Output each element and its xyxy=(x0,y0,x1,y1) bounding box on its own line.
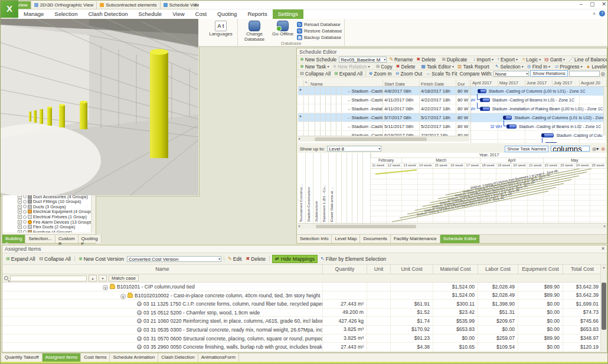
menu-tab-reports[interactable]: Reports xyxy=(242,9,272,19)
column-header-total-cost[interactable]: Total Cost xyxy=(563,265,602,274)
viewport-tab-2d-3d-orthographic-view[interactable]: 2D\3D Orthographic View xyxy=(31,1,97,9)
lob-hscrollbar[interactable]: ◂▸ xyxy=(298,223,607,229)
bottom-tab-animationsform[interactable]: AnimationsForm xyxy=(198,353,239,362)
duplicate-button[interactable]: ⊞Duplicate xyxy=(440,57,468,63)
gantt-bar[interactable] xyxy=(545,142,557,143)
bottom-tab-quantity-takeoff[interactable]: Quantity Takeoff xyxy=(2,353,43,362)
expand-all-button[interactable]: ⊞Expand All xyxy=(333,71,364,77)
new-task-button[interactable]: ⊕New Task▾ xyxy=(299,64,331,70)
column-header-unit-cost[interactable]: Unit Cost xyxy=(391,265,433,274)
collapse-all-button[interactable]: ⊟Collapse All xyxy=(38,256,72,262)
new-schedule-button[interactable]: ⊕New Schedule xyxy=(299,57,338,63)
bottom-tab-cost-items[interactable]: Cost Items xyxy=(81,353,110,362)
search-prev-button[interactable]: ▴ xyxy=(89,275,97,281)
expand-icon[interactable]: + xyxy=(18,205,22,209)
menu-tab-clash-detection[interactable]: Clash Detection xyxy=(83,9,133,19)
expand-icon[interactable]: + xyxy=(18,230,22,232)
row-expand-icon[interactable]: ∨ xyxy=(103,285,108,290)
lob-task-line[interactable] xyxy=(438,169,594,199)
scale-to-fit-button[interactable]: ↔Scale To Fit xyxy=(424,71,458,77)
explorer-bottom-tab[interactable]: Building E... xyxy=(2,235,25,243)
delete-button[interactable]: ✖Delete xyxy=(244,256,267,262)
grid-column-header[interactable]: * xyxy=(304,80,309,86)
explorer-bottom-tab[interactable]: Custom B... xyxy=(55,235,79,243)
column-header-quantity[interactable]: Quantity xyxy=(323,265,367,274)
menu-tab-schedule[interactable]: Schedule xyxy=(133,9,168,19)
column-header-unit[interactable]: Unit xyxy=(367,265,391,274)
lob-search-input[interactable] xyxy=(551,146,590,152)
menu-tab-quoting[interactable]: Quoting xyxy=(212,9,242,19)
explorer-bottom-tab[interactable]: Selection... xyxy=(25,235,55,243)
gantt-bar[interactable] xyxy=(480,98,490,102)
ribbon-button-go-offline[interactable]: Go Offline xyxy=(269,20,297,37)
selection-button[interactable]: ↖Selection▾ xyxy=(494,64,525,70)
leveling-button[interactable]: ▲Leveling▾ xyxy=(584,64,607,70)
3d-scene[interactable] xyxy=(1,19,198,195)
visibility-radio[interactable] xyxy=(23,230,27,232)
schedule-bottom-tab[interactable]: Selection Info xyxy=(297,235,332,243)
column-header-material-cost[interactable]: Material Cost xyxy=(433,265,478,274)
combo-none[interactable]: None xyxy=(493,71,529,77)
table-row[interactable]: 03 31 0535 0300 - Structural concrete, r… xyxy=(2,326,607,335)
schedule-bottom-tab[interactable]: Facility Maintenance xyxy=(391,235,440,243)
copy-button[interactable]: ⊞Copy xyxy=(375,64,394,70)
menu-tab-manage[interactable]: Manage xyxy=(18,9,49,19)
grid-hscrollbar[interactable]: ◂ xyxy=(298,136,469,142)
show-relations-button[interactable]: Show Relations xyxy=(530,70,568,77)
visibility-radio[interactable] xyxy=(23,205,27,208)
grid-column-header[interactable] xyxy=(298,80,304,86)
menu-tab-selection[interactable]: Selection xyxy=(49,9,83,19)
expand-icon[interactable]: + xyxy=(18,220,22,224)
search-input[interactable] xyxy=(10,276,87,281)
column-header-equipment-cost[interactable]: Equipment Cost xyxy=(518,265,563,274)
logic-button[interactable]: ≈Logic▾ xyxy=(521,57,542,63)
ribbon-button-backup-database[interactable]: ▦Backup Database xyxy=(297,35,342,40)
menu-tab-cost[interactable]: Cost xyxy=(190,9,213,19)
zoom-out-button[interactable]: ⊖Zoom Out xyxy=(394,71,424,77)
search-next-button[interactable]: ▾ xyxy=(99,275,107,281)
delete-button[interactable]: ✖Delete xyxy=(415,57,437,63)
visibility-radio[interactable] xyxy=(23,225,27,229)
table-row[interactable]: ∨B10102010002 - Cast-in-place concrete c… xyxy=(2,291,607,300)
grid-column-header[interactable]: Dur xyxy=(456,80,469,86)
gantt-bar[interactable] xyxy=(506,124,517,129)
gantt-bar[interactable] xyxy=(478,89,486,93)
clear-filter-icon[interactable]: ⊘ xyxy=(601,146,607,152)
maximize-button[interactable]: ▢ xyxy=(590,1,595,7)
visibility-radio[interactable] xyxy=(23,220,27,224)
explorer-bottom-tab[interactable]: Quoting E... xyxy=(79,235,102,243)
combo-converted-cost-version[interactable]: Converted Cost Version xyxy=(127,256,221,262)
grid-column-header[interactable]: Start Date xyxy=(383,80,420,86)
grid-column-header[interactable]: Finish Date xyxy=(420,80,456,86)
expand-icon[interactable]: + xyxy=(18,209,22,214)
schedule-bottom-tab[interactable]: Schedule Editor xyxy=(440,235,480,243)
schedule-bottom-tab[interactable]: Level Map xyxy=(332,235,360,243)
new-cost-version-button[interactable]: ⊕New Cost Version xyxy=(77,256,125,262)
panel-close-icon[interactable]: ✕ xyxy=(601,246,605,251)
visibility-radio[interactable] xyxy=(23,210,27,214)
gantt-button[interactable]: ▤Gantt▾ xyxy=(543,57,566,63)
close-button[interactable]: ✕ xyxy=(602,1,606,7)
hide-mappings-button[interactable]: ⇄Hide Mappings xyxy=(272,255,318,263)
table-row[interactable]: 03 21 1060 0220 Reinforcing steel, in pl… xyxy=(2,317,607,326)
help-icon[interactable]: ? xyxy=(599,11,605,17)
tree-item[interactable]: +Duct Fittings (10 Groups) xyxy=(2,199,96,204)
gantt-vscrollbar[interactable] xyxy=(603,87,607,136)
gantt-bar[interactable] xyxy=(541,133,554,137)
lob-task-line[interactable] xyxy=(430,172,587,203)
ribbon-button-change-database[interactable]: Change Database xyxy=(240,20,269,42)
zoom-in-button[interactable]: ⊕Zoom In xyxy=(368,71,393,77)
bottom-tab-assigned-items[interactable]: Assigned Items xyxy=(43,353,81,362)
expand-all-button[interactable]: ⊞Expand All xyxy=(5,256,36,262)
edit-button[interactable]: ✎Edit xyxy=(227,256,243,262)
import-button[interactable]: ↓Import▾ xyxy=(472,57,495,63)
visibility-radio[interactable] xyxy=(23,215,27,219)
table-row[interactable]: ∨B1010201 - CIP column,round tied$1,524.… xyxy=(2,283,607,291)
task-report-button[interactable]: ▥Task Report xyxy=(456,64,491,70)
line-of-balance-button[interactable]: ⋰Line of Balance▾ xyxy=(567,57,607,63)
viewport-tabs-close-icon[interactable]: ✕ xyxy=(194,2,198,8)
ribbon-button-restore-database[interactable]: ↻Restore Database xyxy=(297,28,342,34)
tree-item[interactable]: +Furniture (4 Groups) xyxy=(2,229,96,232)
collapse-all-button[interactable]: ⊟Collapse All xyxy=(299,71,332,77)
expand-icon[interactable]: + xyxy=(18,199,22,204)
